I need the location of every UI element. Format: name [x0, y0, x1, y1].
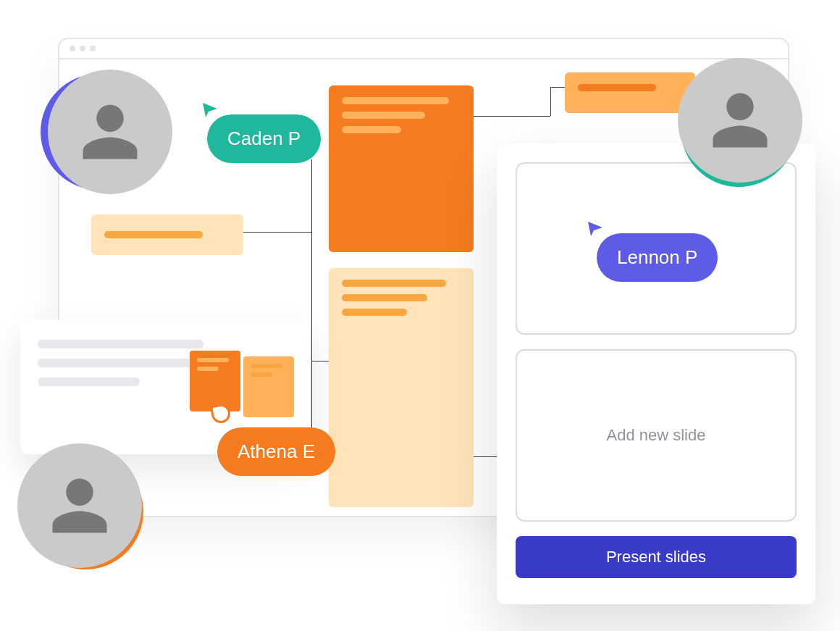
slides-panel: Lennon P Add new slide Present slides	[497, 143, 815, 604]
window-control-dot	[80, 46, 85, 51]
text-placeholder-line	[38, 340, 203, 348]
cursor-user-name: Lennon P	[617, 246, 697, 269]
connector-line	[311, 361, 329, 362]
connector-line	[550, 87, 551, 116]
avatar-photo	[48, 70, 172, 194]
cursor-arrow-icon	[201, 101, 220, 117]
window-titlebar	[59, 39, 788, 59]
person-icon	[77, 99, 143, 164]
sticky-note[interactable]	[565, 72, 695, 113]
mini-sticky-note[interactable]	[243, 356, 294, 417]
cursor-user-name: Caden P	[227, 128, 301, 150]
connector-line	[239, 232, 311, 233]
cursor-arrow-icon	[587, 220, 605, 236]
user-cursor-label: Lennon P	[597, 233, 718, 282]
present-slides-button[interactable]: Present slides	[516, 536, 797, 578]
sticky-note[interactable]	[329, 268, 474, 507]
collaborator-avatar	[17, 443, 142, 568]
window-control-dot	[70, 46, 75, 51]
connector-line	[311, 159, 312, 456]
user-cursor-label: Caden P	[207, 114, 321, 163]
mini-sticky-note[interactable]	[190, 351, 240, 411]
cursor-user-name: Athena E	[238, 440, 315, 463]
window-control-dot	[90, 46, 96, 51]
person-icon	[707, 88, 773, 153]
avatar-photo	[17, 443, 142, 568]
sticky-note[interactable]	[91, 214, 243, 255]
slide-thumbnail[interactable]: Lennon P	[516, 162, 797, 335]
connector-line	[471, 456, 500, 457]
person-icon	[47, 473, 112, 538]
sticky-note[interactable]	[329, 85, 474, 252]
connector-line	[463, 116, 550, 117]
add-slide-button[interactable]: Add new slide	[516, 349, 797, 522]
illustration-canvas: Lennon P Add new slide Present slides Ca…	[0, 0, 840, 631]
add-slide-label: Add new slide	[607, 426, 706, 445]
collaborator-avatar	[681, 58, 805, 183]
collaborator-avatar	[41, 70, 165, 194]
text-placeholder-line	[38, 377, 140, 386]
user-cursor-label: Athena E	[217, 427, 335, 476]
avatar-photo	[678, 58, 802, 183]
